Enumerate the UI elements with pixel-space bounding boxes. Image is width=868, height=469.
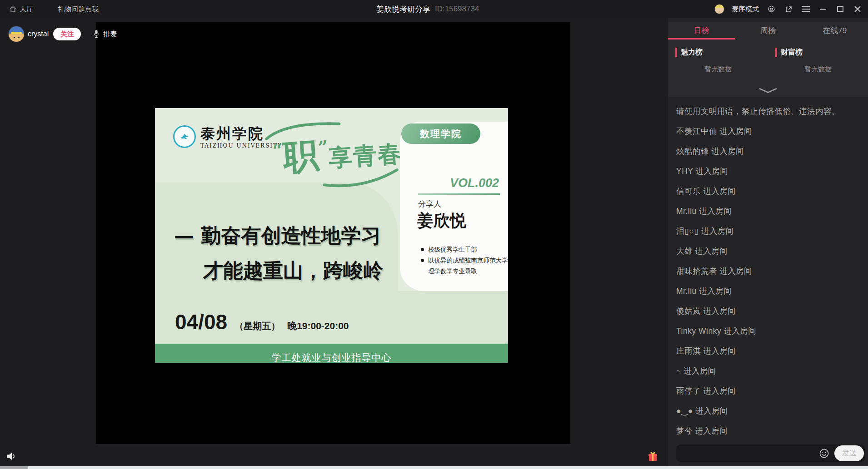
menu-icon[interactable] <box>801 4 811 14</box>
chat-message-list[interactable]: 请使用文明用语，禁止传播低俗、违法内容。 不羡江中仙 进入房间 炫酷的锋 进入房… <box>668 97 868 442</box>
ranking-tabs: 日榜 周榜 在线79 <box>668 22 868 39</box>
sidebar: 日榜 周榜 在线79 魅力榜 暂无数据 财富榜 暂无数据 请使用文明用语，禁止 <box>668 18 868 469</box>
chat-message: 泪▯○▯ 进入房间 <box>676 221 860 241</box>
chat-message: 信可乐 进入房间 <box>676 181 860 201</box>
streamer-avatar[interactable] <box>8 26 25 42</box>
popout-external-icon[interactable] <box>783 4 793 14</box>
gift-icon[interactable] <box>647 450 659 463</box>
achievement-item: 理学数学专业录取 <box>421 266 508 277</box>
chevron-down-icon <box>758 88 778 94</box>
mic-mode-selector[interactable]: 麦序模式 <box>732 5 759 14</box>
achievement-item: 校级优秀学生干部 <box>421 244 508 255</box>
streamer-name: crystal <box>28 30 49 38</box>
bullet-dot <box>421 248 424 251</box>
follow-button[interactable]: 关注 <box>53 28 81 40</box>
presentation-slide: 泰州学院 TAIZHOU UNIVERSITY “职”享青春 数理学院 VOL.… <box>155 108 508 363</box>
sharer-achievements: 校级优秀学生干部 以优异的成绩被南京师范大学 理学数学专业录取 <box>421 244 508 277</box>
achievement-item: 以优异的成绩被南京师范大学 <box>421 255 508 266</box>
chat-message: 庄雨淇 进入房间 <box>676 341 860 361</box>
home-icon <box>9 5 17 13</box>
event-datetime: 04/08 （星期五） 晚19:00-20:00 <box>175 310 349 334</box>
slide-headline: — 勤奋有创造性地学习 才能越重山，跨峻岭 <box>174 218 383 288</box>
tab-weekly-rank[interactable]: 周榜 <box>735 22 802 39</box>
wealth-board: 财富榜 暂无数据 <box>768 39 868 76</box>
chat-message: YHY 进入房间 <box>676 161 860 181</box>
charm-board: 魅力榜 暂无数据 <box>668 39 768 76</box>
chat-message: Mr.liu 进入房间 <box>676 281 860 301</box>
chat-message: ●‿● 进入房间 <box>676 401 860 421</box>
speaker-info-panel: 数理学院 VOL.002 分享人 姜欣悦 校级优秀学生干部 以优异的成绩被南京师… <box>400 122 508 291</box>
chat-message: Mr.liu 进入房间 <box>676 201 860 221</box>
minimize-button[interactable] <box>818 4 828 14</box>
ranking-panel: 日榜 周榜 在线79 魅力榜 暂无数据 财富榜 暂无数据 <box>668 22 868 97</box>
titlebar: 大厅 礼物问题点我 姜欣悦考研分享 ID:15698734 麦序模式 <box>0 0 868 18</box>
send-button[interactable]: 发送 <box>834 445 864 461</box>
chat-message: 雨停了 进入房间 <box>676 381 860 401</box>
room-title: 姜欣悦考研分享 <box>376 4 430 15</box>
chat-message: 不羡江中仙 进入房间 <box>676 121 860 141</box>
bullet-dot <box>421 259 424 262</box>
chat-message: Tinky Winky 进入房间 <box>676 321 860 341</box>
user-avatar[interactable] <box>714 4 724 14</box>
scrollbar-thumb[interactable] <box>0 466 28 469</box>
horizontal-scrollbar[interactable] <box>0 466 868 469</box>
tab-online-count[interactable]: 在线79 <box>801 22 868 39</box>
collapse-panel-button[interactable] <box>668 85 868 95</box>
brand-logo: “职”享青春 <box>264 114 400 195</box>
mic-queue-button[interactable]: 排麦 <box>93 29 117 39</box>
chat-message: 甜味拾荒者 进入房间 <box>676 261 860 281</box>
room-header: 姜欣悦考研分享 ID:15698734 <box>376 0 479 18</box>
microphone-icon <box>93 29 100 39</box>
chat-message: ~ 进入房间 <box>676 361 860 381</box>
chat-composer: 发送 <box>676 444 865 462</box>
close-button[interactable] <box>853 4 863 14</box>
red-bar <box>775 48 777 57</box>
red-bar <box>675 48 677 57</box>
divider-line <box>418 193 500 195</box>
tab-daily-rank[interactable]: 日榜 <box>668 22 735 39</box>
chat-message: 傻姑岚 进入房间 <box>676 301 860 321</box>
chat-message: 炫酷的锋 进入房间 <box>676 141 860 161</box>
volume-speaker-icon[interactable] <box>5 450 18 463</box>
maximize-button[interactable] <box>835 4 845 14</box>
university-seal-icon <box>173 125 196 148</box>
chat-message: 梦兮 进入房间 <box>676 421 860 441</box>
wealth-board-empty: 暂无数据 <box>768 65 868 74</box>
gift-question-link[interactable]: 礼物问题点我 <box>58 5 99 14</box>
chat-message: 大雄 进入房间 <box>676 241 860 261</box>
slide-footer-banner: 学工处就业与创业指导中心 <box>155 344 508 363</box>
chat-input[interactable] <box>682 444 813 462</box>
lobby-button[interactable]: 大厅 <box>9 5 33 14</box>
chat-message: 请使用文明用语，禁止传播低俗、违法内容。 <box>676 101 860 121</box>
settings-gear-icon[interactable] <box>766 4 776 14</box>
live-video-area: 泰州学院 TAIZHOU UNIVERSITY “职”享青春 数理学院 VOL.… <box>96 22 570 444</box>
sharer-name: 姜欣悦 <box>417 210 466 232</box>
emoji-icon[interactable] <box>819 448 829 459</box>
college-badge: 数理学院 <box>401 123 480 144</box>
room-id: ID:15698734 <box>435 5 479 14</box>
volume-number: VOL.002 <box>450 176 499 190</box>
lobby-label: 大厅 <box>20 5 33 14</box>
charm-board-empty: 暂无数据 <box>668 65 768 74</box>
